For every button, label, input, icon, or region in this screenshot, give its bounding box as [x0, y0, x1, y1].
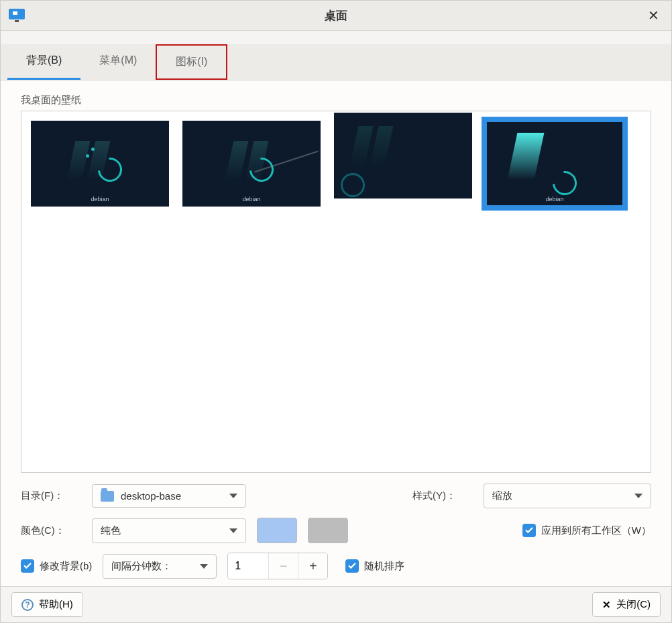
interval-increment-button[interactable]: +	[298, 553, 327, 579]
style-combo[interactable]: 缩放	[484, 484, 651, 508]
wallpaper-section-label: 我桌面的壁纸	[21, 94, 651, 107]
checkbox-icon	[522, 524, 536, 537]
close-icon: ✕	[648, 8, 659, 23]
close-icon: ✕	[602, 599, 611, 611]
tab-icons[interactable]: 图标(I)	[156, 44, 227, 80]
wallpaper-thumb[interactable]	[334, 113, 472, 199]
window-title: 桌面	[1, 8, 671, 23]
svg-rect-2	[15, 20, 19, 22]
color-swatch-secondary[interactable]	[308, 518, 348, 543]
chevron-down-icon	[200, 564, 208, 569]
svg-rect-1	[13, 11, 17, 15]
desktop-app-icon	[7, 7, 26, 23]
chevron-down-icon	[229, 494, 237, 498]
interval-combo[interactable]: 间隔分钟数：	[103, 554, 217, 579]
tab-background-label: 背景(B)	[26, 54, 62, 66]
folder-label: 目录(F)：	[21, 490, 81, 502]
interval-decrement-button[interactable]: −	[268, 553, 298, 579]
apply-all-label: 应用到所有工作区（W）	[541, 524, 651, 537]
style-label: 样式(Y)：	[412, 490, 473, 502]
form-rows: 目录(F)： desktop-base 样式(Y)： 缩放 颜色(C)： 纯色	[21, 484, 651, 579]
help-icon: ?	[21, 599, 34, 611]
footer: ? 帮助(H) ✕ 关闭(C)	[1, 586, 671, 622]
chevron-down-icon	[229, 528, 237, 533]
wallpaper-thumb[interactable]: debian	[31, 121, 169, 207]
titlebar: 桌面 ✕	[1, 1, 671, 31]
content-pane: 我桌面的壁纸 debian debian	[1, 80, 671, 586]
color-mode-combo[interactable]: 纯色	[92, 518, 246, 543]
tab-menu-label: 菜单(M)	[99, 54, 137, 66]
close-button[interactable]: ✕ 关闭(C)	[592, 592, 661, 617]
window-close-button[interactable]: ✕	[642, 5, 665, 26]
random-label: 随机排序	[364, 560, 404, 573]
change-bg-label: 修改背景(b)	[40, 560, 92, 573]
tab-background[interactable]: 背景(B)	[7, 44, 80, 80]
wallpaper-brand: debian	[486, 196, 624, 203]
checkbox-icon	[21, 559, 34, 573]
interval-input[interactable]	[228, 553, 268, 579]
folder-combo[interactable]: desktop-base	[92, 484, 246, 508]
folder-value: desktop-base	[121, 490, 223, 502]
wallpaper-chooser: debian debian debian	[21, 111, 651, 473]
tab-icons-label: 图标(I)	[176, 56, 207, 67]
close-label: 关闭(C)	[616, 598, 651, 611]
chevron-down-icon	[634, 494, 642, 498]
interval-label: 间隔分钟数：	[111, 560, 193, 573]
help-button[interactable]: ? 帮助(H)	[11, 592, 83, 617]
wallpaper-brand: debian	[31, 196, 169, 203]
wallpaper-brand: debian	[182, 196, 321, 203]
apply-all-workspaces-checkbox[interactable]: 应用到所有工作区（W）	[522, 524, 651, 537]
interval-spinner: − +	[227, 553, 328, 579]
tab-menu[interactable]: 菜单(M)	[80, 44, 156, 80]
color-label: 颜色(C)：	[21, 524, 81, 537]
style-value: 缩放	[492, 490, 628, 502]
folder-icon	[101, 491, 114, 502]
desktop-settings-window: 桌面 ✕ 背景(B) 菜单(M) 图标(I) 我桌面的壁纸 debian	[0, 0, 672, 623]
change-background-checkbox[interactable]: 修改背景(b)	[21, 559, 92, 573]
tabbar: 背景(B) 菜单(M) 图标(I)	[1, 44, 671, 80]
checkbox-icon	[345, 559, 359, 573]
wallpaper-thumb[interactable]: debian	[182, 121, 321, 207]
help-label: 帮助(H)	[39, 598, 73, 611]
random-order-checkbox[interactable]: 随机排序	[345, 559, 404, 573]
color-swatch-primary[interactable]	[257, 518, 297, 543]
wallpaper-thumb-selected[interactable]: debian	[486, 121, 624, 207]
color-mode-value: 纯色	[101, 524, 223, 537]
